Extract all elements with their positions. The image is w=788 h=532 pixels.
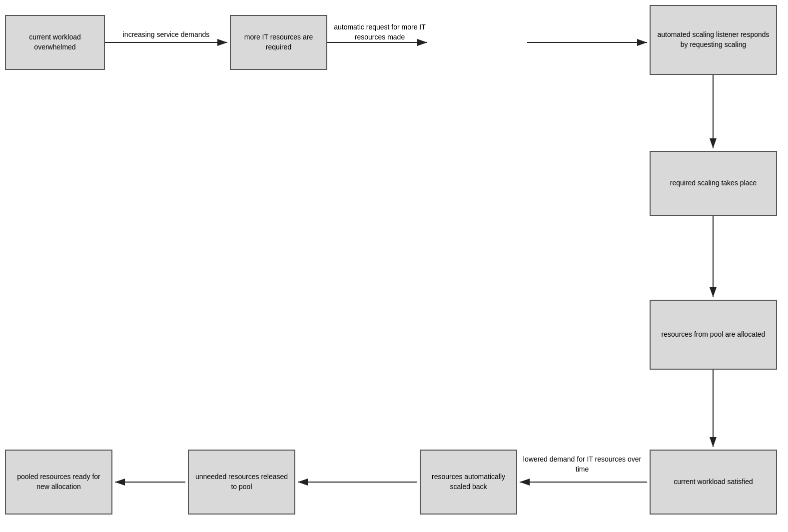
flowchart-label-lbl2: automatic request for more IT resources …: [330, 22, 430, 42]
flowchart-box-box3: automated scaling listener responds by r…: [650, 5, 777, 75]
flowchart-box-box9: pooled resources ready for new allocatio…: [5, 450, 112, 515]
flowchart-box-box4: required scaling takes place: [650, 151, 777, 216]
flowchart-box-box5: resources from pool are allocated: [650, 300, 777, 370]
flowchart-box-box1: current workload overwhelmed: [5, 15, 105, 70]
flowchart-box-box2: more IT resources are required: [230, 15, 327, 70]
flowchart-box-box8: unneeded resources released to pool: [188, 450, 295, 515]
flowchart-box-box6: current workload satisfied: [650, 450, 777, 515]
flowchart: current workload overwhelmedmore IT reso…: [0, 0, 788, 532]
flowchart-label-lbl3: lowered demand for IT resources over tim…: [520, 455, 645, 474]
flowchart-label-lbl1: increasing service demands: [107, 30, 225, 40]
flowchart-box-box7: resources automatically scaled back: [420, 450, 517, 515]
